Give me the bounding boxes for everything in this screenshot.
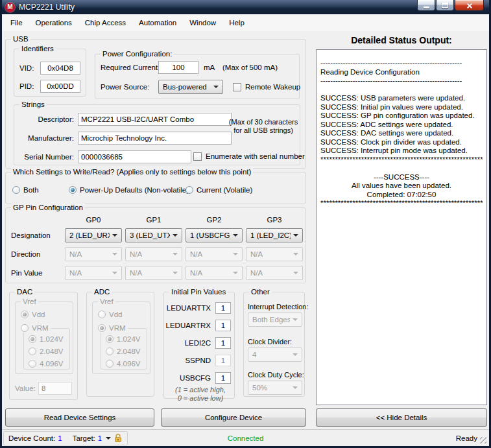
title-bar[interactable]: MCP2221 Utility	[2, 0, 489, 14]
dac-label: DAC	[15, 288, 34, 296]
dac-vdd-radio	[21, 311, 29, 318]
gp2-designation-select[interactable]: 1 (USBCFG)	[186, 228, 243, 242]
adc-vref-label: Vref	[98, 298, 115, 306]
log-line: SUCCESS: Clock pin divider was updated.	[320, 138, 483, 147]
window-title: MCP2221 Utility	[19, 3, 75, 12]
leduarttx-input[interactable]: 1	[215, 302, 231, 314]
active-high-note-line1: (1 = active high,	[168, 386, 233, 394]
chevron-down-icon	[233, 253, 238, 255]
current-volatile-radio[interactable]	[186, 186, 193, 194]
powerup-defaults-radio-label: Power-Up Defaults (Non-volatile)	[80, 186, 189, 194]
configure-device-label: Configure Device	[205, 414, 262, 421]
resize-grip[interactable]	[480, 437, 486, 443]
gp3-designation-select[interactable]: 1 (LED_I2C)	[246, 228, 303, 242]
read-device-settings-button[interactable]: Read Device Settings	[5, 408, 154, 427]
identifiers-group: Identifiers VID: 0x04D8 PID: 0x00DD	[14, 49, 86, 97]
leduarttx-label: LEDUARTTX	[164, 304, 211, 312]
configure-device-button[interactable]: Configure Device	[161, 408, 306, 427]
target-label: Target:	[73, 434, 95, 442]
manufacturer-input[interactable]: Microchip Technology Inc.	[78, 132, 232, 145]
hide-details-label: << Hide Details	[376, 414, 427, 421]
usb-group-label: USB	[11, 35, 30, 43]
power-configuration-label: Power Configuration:	[101, 50, 174, 58]
log-line: SUCCESS: DAC settings were updated.	[320, 129, 483, 138]
pid-input[interactable]: 0x00DD	[40, 80, 80, 93]
scope-option-both: Both	[12, 185, 39, 195]
gp1-header: GP1	[125, 216, 182, 224]
chevron-down-icon	[173, 234, 178, 237]
maximize-icon	[442, 3, 448, 8]
required-current-input[interactable]: 100	[158, 61, 198, 74]
remote-wakeup-row: Remote Wakeup	[233, 82, 300, 91]
adc-vdd-label: Vdd	[109, 311, 122, 318]
minimize-button[interactable]	[417, 0, 435, 11]
power-source-label: Power Source:	[101, 83, 149, 91]
remote-wakeup-checkbox[interactable]	[233, 83, 241, 91]
status-output-log[interactable]: ----------------------------------------…	[316, 49, 487, 405]
active-high-note: (1 = active high, 0 = active low)	[168, 386, 233, 403]
menu-file[interactable]: File	[4, 14, 29, 31]
gp-pin-configuration-group: GP Pin Configuration GP0 GP1 GP2 GP3 Des…	[5, 207, 306, 283]
gp0-pin-value: N/A	[69, 269, 82, 277]
serial-number-input[interactable]: 0000036685	[78, 150, 191, 163]
menu-automation[interactable]: Automation	[132, 14, 183, 31]
dac-vrm-label: VRM	[32, 324, 49, 332]
power-source-select[interactable]: Bus-powered	[158, 80, 223, 94]
gp0-header: GP0	[65, 216, 122, 224]
lock-icon[interactable]	[114, 433, 123, 443]
identifiers-label: Identifiers	[19, 45, 56, 53]
gp0-designation-select[interactable]: 2 (LED_URX)	[65, 228, 122, 242]
dac-vdd-label: Vdd	[32, 311, 45, 318]
chevron-down-icon	[233, 272, 238, 274]
dac-vrm-radio	[21, 324, 29, 332]
log-line: ----------------------------------------…	[320, 77, 483, 86]
designation-row-label: Designation	[11, 231, 62, 239]
enumerate-serial-checkbox[interactable]	[193, 152, 202, 161]
menu-window[interactable]: Window	[183, 14, 222, 31]
usb-strings-note: (Max of 30 characters for all USB string…	[227, 118, 300, 135]
manufacturer-label: Manufacturer:	[14, 134, 74, 142]
menu-chip-access[interactable]: Chip Access	[78, 14, 132, 31]
adc-vrm-radio	[98, 324, 106, 332]
gp1-designation-select[interactable]: 3 (LED_UTX)	[125, 228, 182, 242]
hide-details-button[interactable]: << Hide Details	[316, 408, 487, 427]
usbcfg-input[interactable]: 1	[215, 372, 231, 384]
initial-pin-values-group: Initial Pin Values LEDUARTTX 1 LEDUARTRX…	[163, 292, 235, 399]
menu-operations[interactable]: Operations	[29, 14, 78, 31]
both-radio[interactable]	[12, 186, 20, 194]
powerup-defaults-radio[interactable]	[69, 186, 77, 194]
descriptor-input[interactable]: MCP2221 USB-I2C/UART Combo	[78, 113, 232, 126]
window-controls	[417, 0, 484, 11]
chevron-down-icon	[293, 386, 298, 389]
interrupt-detection-label: Interrupt Detection:	[248, 303, 309, 311]
menu-help[interactable]: Help	[222, 14, 251, 31]
remote-wakeup-label: Remote Wakeup	[245, 83, 300, 91]
scope-option-powerup: Power-Up Defaults (Non-volatile)	[69, 185, 189, 195]
enumerate-serial-row: Enumerate with serial number	[193, 152, 305, 161]
sspnd-label: SSPND	[164, 357, 211, 364]
both-radio-label: Both	[23, 186, 39, 194]
other-label: Other	[249, 288, 272, 296]
gp3-pin-value: N/A	[250, 269, 263, 277]
dac-vrm-2v-row: 2.048V	[29, 347, 63, 356]
target-value[interactable]: 1	[98, 434, 102, 442]
strings-group: Strings Descriptor: MCP2221 USB-I2C/UART…	[14, 104, 300, 165]
target-dropdown-icon[interactable]	[106, 437, 111, 440]
pin-value-row-label: Pin Value	[11, 269, 62, 277]
adc-vrm-label: VRM	[109, 324, 126, 332]
clock-divider-select: 4	[248, 348, 302, 362]
vid-input[interactable]: 0x04D8	[40, 62, 80, 75]
close-button[interactable]	[455, 0, 484, 11]
gp2-direction-select: N/A	[186, 247, 243, 261]
maximize-button[interactable]	[436, 0, 454, 11]
gp3-pin-value-select: N/A	[246, 266, 303, 280]
vid-label: VID:	[19, 64, 34, 72]
chevron-down-icon	[112, 272, 117, 274]
dac-value-input: 8	[38, 382, 72, 395]
usb-strings-note-line1: (Max of 30 characters	[227, 118, 300, 126]
dac-vref-label: Vref	[21, 298, 38, 306]
log-line: ----SUCCESS----	[320, 173, 483, 182]
interrupt-detection-select: Both Edges	[248, 312, 302, 327]
leduartrx-input[interactable]: 1	[215, 320, 231, 331]
ledi2c-input[interactable]: 1	[215, 337, 231, 349]
